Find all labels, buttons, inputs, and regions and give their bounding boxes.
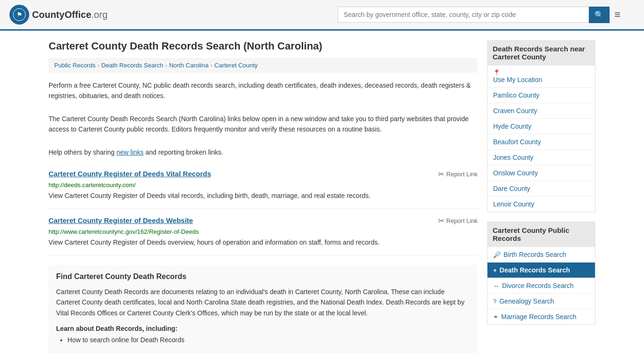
report-link-2[interactable]: ✂ Report Link <box>438 216 478 225</box>
sidebar-onslow[interactable]: Onslow County <box>487 165 595 181</box>
sidebar-death-records[interactable]: + Death Records Search <box>487 263 595 278</box>
record-desc-2: View Carteret County Register of Deeds o… <box>49 238 478 247</box>
breadcrumb-sep-3: › <box>210 62 212 69</box>
header: ⚑ CountyOffice.org 🔍 ≡ <box>0 0 644 31</box>
menu-icon[interactable]: ≡ <box>614 8 620 21</box>
death-records-link[interactable]: Death Records Search <box>500 266 570 274</box>
breadcrumb-sep-1: › <box>97 62 99 69</box>
report-label-1: Report Link <box>446 171 478 178</box>
records-list: Carteret County Register of Deeds Vital … <box>49 162 478 255</box>
genealogy-icon: ? <box>493 298 496 305</box>
sidebar-nearby-list: Use My Location Pamlico County Craven Co… <box>487 66 595 212</box>
onslow-link[interactable]: Onslow County <box>493 169 538 177</box>
record-desc-1: View Carteret County Register of Deeds v… <box>49 191 478 201</box>
sidebar-use-location[interactable]: Use My Location <box>487 66 595 88</box>
report-icon-2: ✂ <box>438 216 444 225</box>
logo-icon: ⚑ <box>9 5 29 25</box>
sidebar-public-records-list: 🔎 Birth Records Search + Death Records S… <box>487 247 595 325</box>
record-item-2: Carteret County Register of Deeds Websit… <box>49 209 478 255</box>
dare-link[interactable]: Dare County <box>493 185 530 192</box>
learn-item-1: How to search online for Death Records <box>67 336 470 344</box>
breadcrumb: Public Records › Death Records Search › … <box>49 58 478 73</box>
logo-area: ⚑ CountyOffice.org <box>9 5 107 25</box>
divorce-records-icon: ↔ <box>493 282 499 289</box>
hyde-link[interactable]: Hyde County <box>493 123 531 130</box>
breadcrumb-carteret-county[interactable]: Carteret County <box>215 62 258 69</box>
intro-text-3: Help others by sharing new links and rep… <box>49 147 478 157</box>
jones-link[interactable]: Jones County <box>493 154 534 161</box>
search-icon: 🔍 <box>594 11 604 19</box>
sidebar-nearby-heading: Death Records Search near Carteret Count… <box>487 40 595 66</box>
breadcrumb-death-records[interactable]: Death Records Search <box>101 62 164 69</box>
marriage-records-icon: ⚭ <box>493 313 498 321</box>
find-title: Find Carteret County Death Records <box>56 272 470 281</box>
report-label-2: Report Link <box>446 217 478 224</box>
intro-text-1: Perform a free Carteret County, NC publi… <box>49 80 478 101</box>
sidebar-public-records-section: Carteret County Public Records 🔎 Birth R… <box>487 222 595 325</box>
birth-records-link[interactable]: Birth Records Search <box>504 251 566 258</box>
main-content: Carteret County Death Records Search (No… <box>49 40 478 353</box>
record-header-2: Carteret County Register of Deeds Websit… <box>49 216 478 225</box>
intro-text-2: The Carteret County Death Records Search… <box>49 114 478 135</box>
new-links-link[interactable]: new links <box>116 148 144 156</box>
logo-text: CountyOffice.org <box>32 9 107 20</box>
sidebar-hyde[interactable]: Hyde County <box>487 119 595 134</box>
sidebar-beaufort[interactable]: Beaufort County <box>487 134 595 150</box>
report-link-1[interactable]: ✂ Report Link <box>438 170 478 179</box>
page-title: Carteret County Death Records Search (No… <box>49 40 478 52</box>
breadcrumb-north-carolina[interactable]: North Carolina <box>169 62 209 69</box>
sidebar: Death Records Search near Carteret Count… <box>487 40 595 353</box>
lenoir-link[interactable]: Lenoir County <box>493 200 534 208</box>
main-container: Carteret County Death Records Search (No… <box>39 31 605 362</box>
sidebar-jones[interactable]: Jones County <box>487 150 595 165</box>
birth-records-icon: 🔎 <box>493 251 501 258</box>
beaufort-link[interactable]: Beaufort County <box>493 138 541 146</box>
use-location-link[interactable]: Use My Location <box>493 76 542 83</box>
learn-title: Learn about Death Records, including: <box>56 325 470 332</box>
sidebar-genealogy[interactable]: ? Genealogy Search <box>487 294 595 309</box>
record-url-1: http://deeds.carteretcounty.com/ <box>49 181 478 189</box>
breadcrumb-public-records[interactable]: Public Records <box>54 62 95 69</box>
record-url-2: http://www.carteretcountync.gov/162/Regi… <box>49 228 478 235</box>
sidebar-craven[interactable]: Craven County <box>487 103 595 119</box>
sidebar-pamlico[interactable]: Pamlico County <box>487 88 595 103</box>
divorce-records-link[interactable]: Divorce Records Search <box>502 282 574 289</box>
sidebar-nearby-section: Death Records Search near Carteret Count… <box>487 40 595 212</box>
record-title-1[interactable]: Carteret County Register of Deeds Vital … <box>49 170 211 178</box>
svg-text:⚑: ⚑ <box>17 11 23 18</box>
learn-list: How to search online for Death Records <box>56 336 470 344</box>
report-icon-1: ✂ <box>438 170 444 179</box>
search-area: 🔍 ≡ <box>338 7 620 23</box>
sidebar-lenoir[interactable]: Lenoir County <box>487 197 595 212</box>
breadcrumb-sep-2: › <box>165 62 167 69</box>
sidebar-marriage-records[interactable]: ⚭ Marriage Records Search <box>487 309 595 324</box>
find-section: Find Carteret County Death Records Carte… <box>49 265 478 353</box>
death-records-icon: + <box>493 267 497 274</box>
craven-link[interactable]: Craven County <box>493 107 537 115</box>
marriage-records-link[interactable]: Marriage Records Search <box>501 313 577 321</box>
sidebar-birth-records[interactable]: 🔎 Birth Records Search <box>487 247 595 263</box>
pamlico-link[interactable]: Pamlico County <box>493 91 539 99</box>
search-input[interactable] <box>338 7 589 23</box>
record-title-2[interactable]: Carteret County Register of Deeds Websit… <box>49 216 193 224</box>
record-item-1: Carteret County Register of Deeds Vital … <box>49 162 478 209</box>
sidebar-dare[interactable]: Dare County <box>487 181 595 197</box>
record-header-1: Carteret County Register of Deeds Vital … <box>49 170 478 179</box>
search-button[interactable]: 🔍 <box>589 7 610 23</box>
find-desc: Carteret County Death Records are docume… <box>56 287 470 318</box>
sidebar-public-records-heading: Carteret County Public Records <box>487 222 595 247</box>
genealogy-link[interactable]: Genealogy Search <box>499 297 554 305</box>
sidebar-divorce-records[interactable]: ↔ Divorce Records Search <box>487 278 595 294</box>
